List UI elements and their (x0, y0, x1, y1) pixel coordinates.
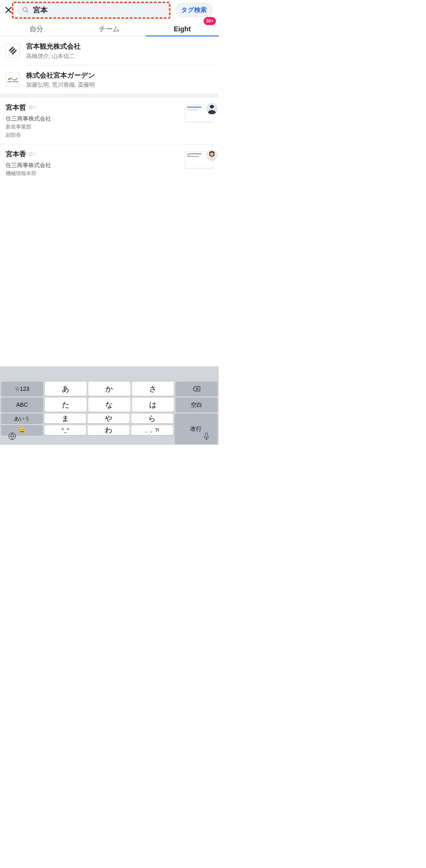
nature-logo-icon (8, 77, 18, 81)
company-result[interactable]: nature concept 株式会社宮本ガーデン 加藤弘明, 荒川香織, 斎藤… (0, 65, 219, 94)
link-status-icon (29, 105, 37, 110)
key-a[interactable]: あ (45, 382, 87, 396)
logo-text: nature concept (7, 81, 19, 83)
company-logo (6, 43, 20, 58)
company-name: 宮本観光株式会社 (26, 41, 81, 51)
globe-icon (8, 432, 17, 440)
company-members: 高橋啓介, 山本信二 (26, 52, 81, 60)
close-icon (4, 6, 12, 14)
company-result[interactable]: 宮本観光株式会社 高橋啓介, 山本信二 (0, 36, 219, 65)
svg-point-8 (29, 153, 32, 155)
search-field-wrapper[interactable] (17, 3, 173, 17)
close-button[interactable] (3, 4, 14, 16)
company-logo: nature concept (6, 72, 20, 87)
key-enter[interactable]: 改行 (175, 413, 218, 444)
person-dept: 新規事業部 (6, 123, 180, 131)
key-ma[interactable]: ま (44, 413, 86, 424)
key-space[interactable]: 空白 (175, 398, 218, 412)
tab-label: Eight (174, 25, 191, 33)
person-dept: 機械情報本部 (6, 170, 180, 177)
section-divider (0, 94, 219, 98)
avatar (206, 102, 218, 115)
tag-search-button[interactable]: タグ検索 (175, 3, 213, 17)
person-company: 住三商事株式会社 (6, 161, 180, 169)
search-header: タグ検索 (0, 0, 219, 20)
search-icon (22, 6, 29, 13)
key-ka[interactable]: か (88, 382, 130, 396)
svg-point-4 (29, 106, 32, 109)
backspace-icon (193, 386, 200, 392)
avatar (206, 149, 218, 161)
tab-team[interactable]: チーム (73, 22, 146, 36)
globe-button[interactable] (8, 432, 17, 442)
svg-rect-9 (33, 153, 36, 155)
tab-eight[interactable]: Eight 30+ (146, 22, 219, 36)
tabs: 自分 チーム Eight 30+ (0, 22, 219, 36)
badge: 30+ (204, 17, 216, 25)
svg-rect-14 (205, 433, 207, 437)
mic-icon (202, 432, 211, 440)
key-ta[interactable]: た (45, 398, 87, 412)
key-abc[interactable]: ABC (1, 398, 43, 412)
search-results: 宮本観光株式会社 高橋啓介, 山本信二 nature concept 株式会社宮… (0, 36, 219, 366)
tab-self[interactable]: 自分 (0, 22, 73, 36)
card-thumbnail (185, 151, 213, 168)
person-result[interactable]: 宮本哲 住三商事株式会社 新規事業部 副部長 (0, 98, 219, 144)
key-wa[interactable]: わ (88, 425, 130, 435)
person-result[interactable]: 宮本香 住三商事株式会社 機械情報本部 (0, 144, 219, 183)
key-ha[interactable]: は (132, 398, 174, 412)
key-numsym[interactable]: ☆123 (1, 382, 43, 396)
search-input[interactable] (33, 6, 167, 14)
person-title: 副部長 (6, 131, 180, 139)
mic-button[interactable] (202, 432, 211, 442)
person-name: 宮本香 (6, 150, 26, 159)
person-name: 宮本哲 (6, 103, 26, 112)
tab-label: チーム (99, 25, 120, 34)
person-company: 住三商事株式会社 (6, 115, 180, 123)
keyboard: ☆123 あ か さ ABC た な は 空白 あいう ま や ら (0, 366, 219, 445)
link-status-icon (29, 152, 37, 156)
svg-point-0 (23, 7, 27, 11)
key-ra[interactable]: ら (131, 413, 173, 424)
key-ya[interactable]: や (88, 413, 130, 424)
svg-point-12 (210, 152, 214, 156)
svg-rect-5 (33, 106, 36, 108)
key-sa[interactable]: さ (132, 382, 174, 396)
key-kana-toggle[interactable]: あいう (1, 413, 43, 424)
company-members: 加藤弘明, 荒川香織, 斎藤明 (26, 81, 95, 89)
company-name: 株式会社宮本ガーデン (26, 70, 95, 80)
key-kaomoji[interactable]: ^_^ (44, 425, 86, 435)
card-thumbnail (185, 104, 213, 122)
key-emoji[interactable]: 😀 (1, 425, 43, 435)
tab-label: 自分 (30, 25, 43, 34)
key-na[interactable]: な (88, 398, 130, 412)
diamond-logo-icon (8, 46, 18, 55)
key-backspace[interactable] (175, 382, 218, 396)
key-punct[interactable]: 、。?! (131, 425, 173, 435)
